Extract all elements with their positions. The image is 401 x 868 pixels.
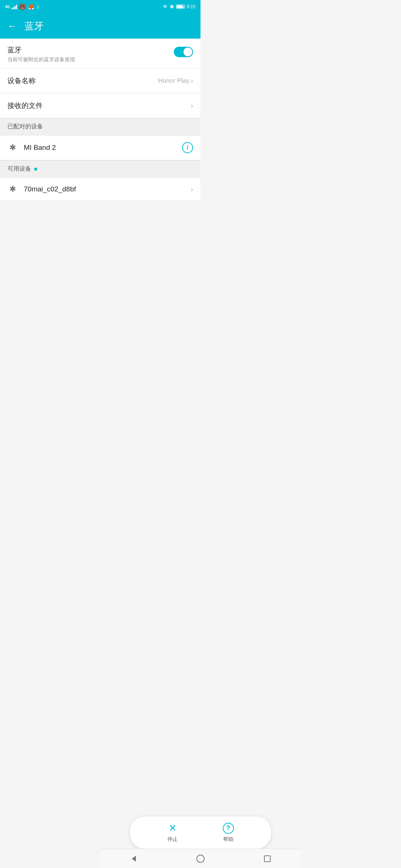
- info-icon-label: i: [187, 144, 188, 151]
- battery-container: [176, 4, 185, 9]
- page-title: 蓝牙: [25, 20, 44, 33]
- device-info-button[interactable]: i: [182, 142, 193, 153]
- spacer: [0, 201, 200, 283]
- scanning-indicator: [34, 168, 37, 171]
- battery-fill: [177, 5, 183, 8]
- bluetooth-toggle-row: 蓝牙 当前可被附近的蓝牙设备发现: [0, 39, 200, 69]
- device-name-label: 设备名称: [7, 76, 36, 86]
- paired-section-header: 已配对的设备: [0, 118, 200, 135]
- battery-icon: [176, 4, 185, 9]
- status-right: 👁 ✱ 9:23: [163, 4, 195, 10]
- signal-bars: [12, 4, 17, 9]
- signal-label: 4G: [5, 5, 10, 9]
- available-device-name: 70mai_c02_d8bf: [24, 185, 185, 193]
- chevron-right-avail: ›: [191, 185, 193, 193]
- signal-bar-3: [14, 6, 16, 9]
- eye-icon: 👁: [163, 4, 168, 10]
- bluetooth-label: 蓝牙: [7, 45, 75, 55]
- paired-section-title: 已配对的设备: [7, 123, 43, 129]
- app-icon-2: 🦊: [27, 3, 35, 10]
- bluetooth-subtitle: 当前可被附近的蓝牙设备发现: [7, 56, 75, 63]
- app-icon-3: ♪: [36, 3, 39, 10]
- device-name-value: Honor Play ›: [158, 77, 193, 85]
- bluetooth-avail-icon: ✱: [7, 184, 18, 194]
- device-name-row[interactable]: 设备名称 Honor Play ›: [0, 69, 200, 93]
- time-label: 9:23: [187, 4, 195, 9]
- toggle-knob: [183, 47, 192, 56]
- bluetooth-toggle[interactable]: [174, 47, 193, 57]
- available-section-title-row: 可用设备: [7, 165, 193, 173]
- available-device-row-70mai[interactable]: ✱ 70mai_c02_d8bf ›: [0, 178, 200, 201]
- received-files-row[interactable]: 接收的文件 ›: [0, 93, 200, 118]
- back-button[interactable]: ←: [7, 21, 17, 31]
- signal-bar-1: [12, 8, 13, 9]
- header: ← 蓝牙: [0, 13, 200, 39]
- device-name-text: Honor Play: [158, 77, 189, 85]
- bluetooth-status-icon: ✱: [170, 4, 174, 10]
- signal-bar-2: [13, 7, 14, 9]
- bluetooth-device-icon: ✱: [7, 143, 18, 152]
- battery-tip: [183, 6, 184, 8]
- chevron-right-icon: ›: [191, 77, 193, 85]
- status-left: 4G 🐻 🦊 ♪: [5, 3, 39, 10]
- available-section-title: 可用设备: [7, 165, 31, 173]
- signal-bar-4: [16, 5, 17, 9]
- paired-device-row-miband2[interactable]: ✱ MI Band 2 i: [0, 135, 200, 160]
- chevron-right-icon-files: ›: [191, 102, 193, 110]
- paired-device-name: MI Band 2: [24, 144, 176, 152]
- app-icon-1: 🐻: [19, 3, 26, 10]
- received-files-label: 接收的文件: [7, 101, 43, 111]
- status-bar: 4G 🐻 🦊 ♪ 👁 ✱ 9:23: [0, 0, 200, 13]
- available-section-header: 可用设备: [0, 160, 200, 178]
- bluetooth-toggle-label-group: 蓝牙 当前可被附近的蓝牙设备发现: [7, 45, 75, 63]
